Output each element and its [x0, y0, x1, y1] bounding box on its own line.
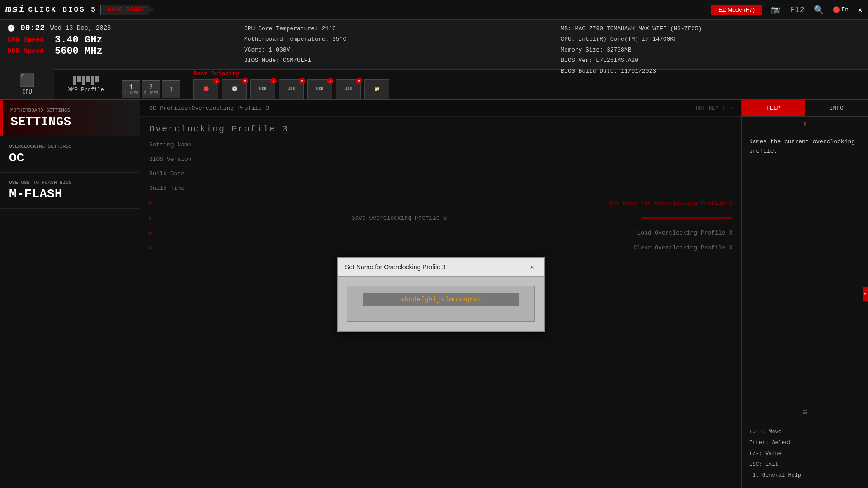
help-content: Names the current overclocking profile. — [742, 130, 868, 406]
ez-mode-button[interactable]: EZ Mode (F7) — [711, 5, 762, 15]
msi-logo: msi — [5, 4, 25, 15]
sidebar-oc-main: OC — [9, 151, 131, 165]
sidebar-item-oc[interactable]: Overclocking settings OC — [0, 136, 140, 173]
ddr-speed-label: DDR Speed — [7, 47, 44, 55]
help-tabs: HELP INFO — [742, 100, 868, 117]
dialog-overlay: Set Name for Overclocking Profile 3 ✕ ab… — [140, 100, 741, 488]
close-button[interactable]: ✕ — [858, 5, 863, 15]
set-name-dialog: Set Name for Overclocking Profile 3 ✕ ab… — [337, 257, 545, 332]
tab-cpu-label: CPU — [22, 89, 32, 95]
profile-tab-3[interactable]: 3 — [162, 80, 180, 98]
boot-device-6[interactable]: USB U — [336, 79, 361, 99]
boot-device-6-label: USB — [344, 87, 352, 91]
boot-device-4-badge: U — [299, 78, 305, 84]
boot-device-7-icon: 📁 — [374, 86, 380, 92]
main-layout: Motherboard settings SETTINGS Overclocki… — [0, 100, 868, 488]
mb-info: MB: MAG Z790 TOMAHAWK MAX WIFI (MS-7E25) — [561, 23, 859, 34]
system-time-section: 🕐 00:22 Wed 13 Dec, 2023 CPU Speed 3.40 … — [0, 20, 235, 69]
dialog-body: abcdefghijklmnopqrst — [338, 277, 544, 331]
system-info-section: MB: MAG Z790 TOMAHAWK MAX WIFI (MS-7E25)… — [552, 20, 868, 69]
boot-device-5-label: USB — [316, 87, 323, 91]
sidebar-item-settings[interactable]: Motherboard settings SETTINGS — [0, 100, 140, 136]
boot-device-3-label: USB — [259, 87, 266, 91]
screenshot-icon[interactable]: 📷 — [771, 5, 781, 15]
boot-device-1-badge: U — [213, 78, 220, 84]
profile-1-sub: 1 USER — [124, 91, 138, 95]
profile-2-num: 2 — [149, 84, 153, 91]
boot-device-2-icon: 💽 — [232, 86, 237, 92]
time-display: 00:22 — [20, 23, 45, 33]
boot-device-5-badge: U — [327, 78, 334, 84]
boot-device-1[interactable]: 🔴 U — [193, 79, 218, 99]
game-boost-button[interactable]: GAME BOOST — [100, 5, 153, 15]
sidebar-settings-sub: Motherboard settings — [10, 108, 131, 113]
flag-icon: 🔴 — [833, 6, 840, 14]
header-right: EZ Mode (F7) 📷 F12 🔍 🔴 En ✕ — [711, 5, 863, 15]
help-text: Names the current overclocking profile. — [749, 138, 855, 155]
sidebar: Motherboard settings SETTINGS Overclocki… — [0, 100, 140, 488]
cpu-temp: CPU Core Temperature: 21°C — [244, 23, 542, 34]
mb-temp: Motherboard Temperature: 35°C — [244, 34, 542, 44]
boot-device-4[interactable]: USB U — [279, 79, 304, 99]
boot-device-6-badge: U — [356, 78, 362, 84]
screenshot-key: F12 — [790, 5, 804, 14]
boot-device-2-badge: U — [242, 78, 248, 84]
dialog-close-button[interactable]: ✕ — [528, 263, 537, 272]
profile-2-sub: 2 USER — [144, 91, 158, 95]
boot-device-3[interactable]: USB U — [250, 79, 275, 99]
bios-title: CLICK BIOS 5 — [28, 6, 97, 14]
profile-tab-1[interactable]: 1 1 USER — [122, 80, 140, 98]
tab-xmp[interactable]: XMP Profile — [54, 69, 118, 100]
xmp-icon — [73, 76, 99, 85]
side-expand-button[interactable]: » — [863, 287, 868, 301]
clock-icon: 🕐 — [7, 24, 15, 32]
temps-section: CPU Core Temperature: 21°C Motherboard T… — [235, 20, 552, 69]
scroll-indicator-bottom: ≡ — [742, 406, 868, 419]
scroll-indicator-top: ⬆ — [742, 117, 868, 130]
tab-xmp-label: XMP Profile — [68, 87, 104, 93]
sidebar-mflash-main: M-FLASH — [9, 187, 131, 201]
tab-help[interactable]: HELP — [742, 100, 805, 116]
profile-tab-2[interactable]: 2 2 USER — [142, 80, 160, 98]
shortcut-value: +/-: Value — [749, 448, 861, 459]
cpu-speed-value: 3.40 GHz — [55, 34, 103, 46]
bios-build-info: BIOS Build Date: 11/01/2023 — [561, 66, 859, 76]
dialog-input-area: abcdefghijklmnopqrst — [347, 286, 535, 322]
cpu-info: CPU: Intel(R) Core(TM) i7-14700KF — [561, 34, 859, 44]
profile-1-num: 1 — [129, 84, 133, 91]
main-content: OC Profiles\Overclocking Profile 3 HOT K… — [140, 100, 741, 488]
shortcut-enter: Enter: Select — [749, 437, 861, 448]
dialog-title: Set Name for Overclocking Profile 3 — [345, 263, 446, 271]
dialog-header: Set Name for Overclocking Profile 3 ✕ — [338, 258, 544, 277]
language-label: En — [842, 6, 849, 13]
boot-device-1-icon: 🔴 — [203, 86, 209, 92]
boot-priority-section: Boot Priority 🔴 U 💽 U USB U USB U USB U — [193, 69, 389, 100]
sidebar-mflash-sub: Use USB to flash BIOS — [9, 180, 131, 185]
bios-ver-info: BIOS Ver: E7E25IMS.A20 — [561, 55, 859, 66]
boot-device-5[interactable]: USB U — [307, 79, 332, 99]
language-selector[interactable]: 🔴 En — [833, 6, 849, 14]
info-bar: 🕐 00:22 Wed 13 Dec, 2023 CPU Speed 3.40 … — [0, 20, 868, 70]
boot-device-4-label: USB — [288, 87, 295, 91]
shortcut-esc: ESC: Exit — [749, 459, 861, 470]
sidebar-settings-main: SETTINGS — [10, 115, 131, 129]
search-icon[interactable]: 🔍 — [814, 5, 824, 15]
profile-tabs: 1 1 USER 2 2 USER 3 — [118, 69, 184, 100]
sidebar-item-mflash[interactable]: Use USB to flash BIOS M-FLASH — [0, 173, 140, 209]
header: msi CLICK BIOS 5 GAME BOOST EZ Mode (F7)… — [0, 0, 868, 20]
shortcut-f1: F1: General Help — [749, 470, 861, 481]
boot-priority-label: Boot Priority — [193, 70, 389, 77]
vcore-display: VCore: 1.030V — [244, 45, 542, 55]
date-display: Wed 13 Dec, 2023 — [50, 24, 111, 32]
profile-3-num: 3 — [169, 86, 173, 93]
profile-name-input[interactable]: abcdefghijklmnopqrst — [363, 293, 519, 306]
tab-info[interactable]: INFO — [805, 100, 868, 116]
bios-mode: BIOS Mode: CSM/UEFI — [244, 55, 542, 66]
boot-device-7[interactable]: 📁 — [364, 79, 389, 99]
boot-device-2[interactable]: 💽 U — [222, 79, 247, 99]
memory-info: Memory Size: 32768MB — [561, 45, 859, 55]
help-shortcuts: ↑↓←→: Move Enter: Select +/-: Value ESC:… — [742, 419, 868, 488]
ddr-speed-value: 5600 MHz — [55, 46, 103, 57]
tab-cpu[interactable]: ⬛ CPU — [0, 69, 54, 100]
sidebar-oc-sub: Overclocking settings — [9, 144, 131, 149]
